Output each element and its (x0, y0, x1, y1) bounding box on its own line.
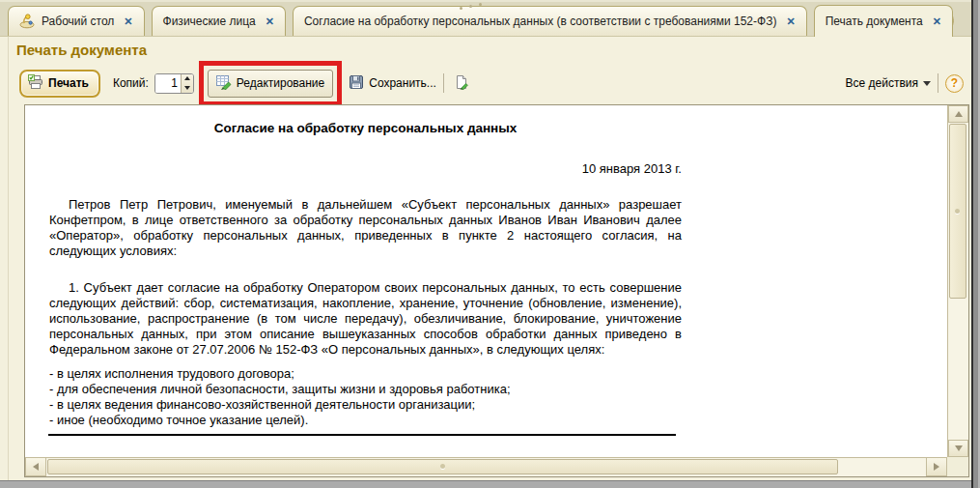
document-paragraph: Петров Петр Петрович, именуемый в дальне… (49, 197, 682, 259)
toolbar-right-group: Все действия ? (846, 73, 964, 93)
tab-consent-form[interactable]: Согласие на обработку персональных данны… (293, 6, 807, 36)
copies-label: Копий: (113, 76, 149, 90)
edit-button[interactable]: Редактирование (208, 70, 333, 98)
close-icon[interactable]: ✕ (933, 16, 941, 27)
arrow-up-icon (955, 111, 963, 117)
tab-label: Рабочий стол (42, 14, 114, 28)
scroll-down-button[interactable] (948, 440, 968, 457)
horizontal-scrollbar[interactable] (25, 457, 947, 476)
tab-individuals[interactable]: Физические лица ✕ (152, 6, 286, 36)
document-bullet: - в целях ведения финансово-хозяйственно… (49, 397, 682, 413)
toolbar: Печать Копий: (9, 61, 964, 105)
main-content: Печать документа Печать Копий: (9, 37, 971, 480)
toolbar-separator (938, 73, 938, 93)
desktop-icon (19, 14, 35, 29)
print-preview-widget: Согласие на обработку персональных данны… (24, 104, 969, 477)
save-icon (349, 74, 364, 93)
toolbar-separator (443, 73, 444, 93)
document-bullet: - для обеспечения личной безопасности, з… (49, 382, 682, 397)
scroll-right-button[interactable] (926, 457, 947, 476)
document-viewport: Согласие на обработку персональных данны… (25, 105, 947, 457)
edit-button-label: Редактирование (237, 76, 324, 90)
arrow-left-icon (33, 463, 39, 471)
close-icon[interactable]: ✕ (786, 16, 795, 27)
window-bottom-border (0, 480, 971, 488)
question-icon: ? (951, 76, 958, 90)
window-grip-dots (460, 3, 485, 11)
document-date: 10 января 2013 г. (49, 161, 682, 176)
copies-input[interactable] (155, 74, 181, 93)
help-button[interactable]: ? (945, 74, 964, 93)
print-button[interactable]: Печать (19, 70, 100, 98)
window-left-border (8, 37, 9, 480)
all-actions-button[interactable]: Все действия (846, 76, 931, 90)
document-paragraph: 1. Субъект дает согласие на обработку Оп… (49, 280, 682, 358)
page-title: Печать документа (16, 42, 147, 58)
vertical-scrollbar-thumb[interactable] (949, 124, 966, 299)
tab-bar: Рабочий стол ✕ Физические лица ✕ Согласи… (0, 0, 971, 37)
printer-icon (28, 74, 43, 93)
print-button-label: Печать (48, 76, 89, 90)
chevron-down-icon (923, 81, 931, 86)
tab-label: Печать документа (826, 14, 923, 28)
save-button-label: Сохранить... (369, 76, 436, 90)
document-bullet-list: - в целях исполнения трудового договора;… (49, 366, 682, 428)
tab-label: Согласие на обработку персональных данны… (304, 14, 776, 28)
annotation-highlight-box: Редактирование (199, 61, 342, 106)
scroll-up-button[interactable] (948, 105, 968, 123)
document-bullet: - иное (необходимо точное указание целей… (49, 413, 682, 428)
save-as-file-button[interactable] (451, 72, 472, 94)
spin-up-icon[interactable] (182, 74, 193, 84)
scroll-left-button[interactable] (25, 457, 46, 476)
all-actions-label: Все действия (846, 76, 918, 90)
document-page: Согласие на обработку персональных данны… (25, 105, 706, 436)
copies-stepper[interactable] (154, 73, 194, 94)
arrow-down-icon (955, 445, 963, 451)
document-edit-icon (454, 74, 469, 93)
window-right-border (971, 0, 980, 488)
document-bullet: - в целях исполнения трудового договора; (49, 366, 682, 382)
arrow-right-icon (934, 463, 939, 471)
tab-print-document[interactable]: Печать документа ✕ (814, 5, 953, 37)
edit-table-icon (216, 74, 232, 93)
tab-label: Физические лица (163, 14, 256, 28)
vertical-scrollbar[interactable] (947, 105, 968, 457)
close-icon[interactable]: ✕ (124, 16, 132, 27)
spin-down-icon[interactable] (182, 83, 193, 93)
close-icon[interactable]: ✕ (266, 16, 274, 27)
save-button[interactable]: Сохранить... (349, 74, 436, 93)
document-title: Согласие на обработку персональных данны… (49, 121, 682, 135)
app-window: Рабочий стол ✕ Физические лица ✕ Согласи… (0, 0, 980, 488)
horizontal-scrollbar-thumb[interactable] (47, 459, 838, 474)
tab-desktop[interactable]: Рабочий стол ✕ (8, 6, 145, 36)
document-signature-line (48, 434, 676, 436)
scrollbar-corner (947, 457, 968, 476)
